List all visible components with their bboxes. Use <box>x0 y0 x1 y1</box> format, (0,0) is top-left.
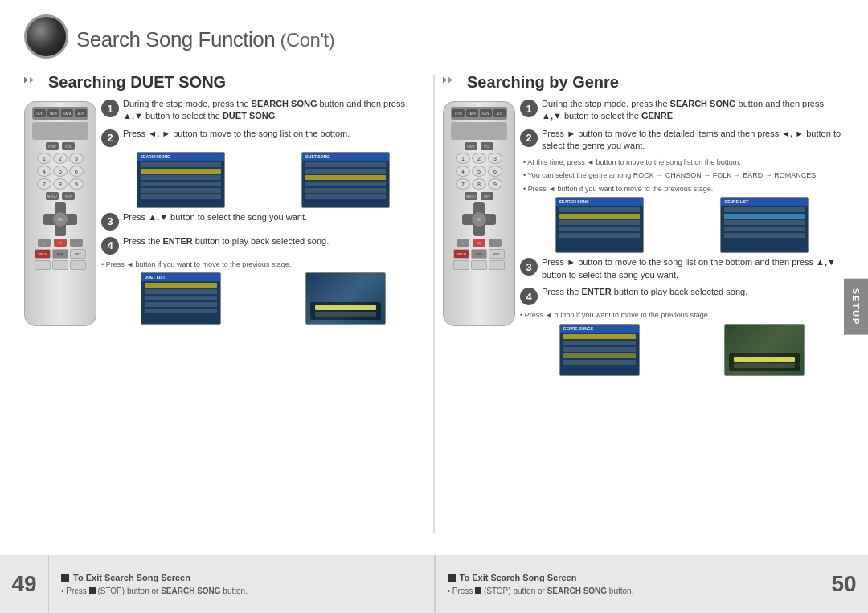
r-vol-plus[interactable]: + <box>457 239 469 247</box>
r-note-2b: You can select the genre among ROCK → CH… <box>523 170 844 181</box>
r-return-btn[interactable]: RET <box>489 249 505 259</box>
r-dpad-center[interactable]: OK <box>472 212 486 227</box>
step-number-1: 1 <box>101 100 119 117</box>
r-ctrl-2[interactable] <box>471 260 487 270</box>
r-step-3: 3 Press ► button to move to the song lis… <box>520 256 844 281</box>
power-btn[interactable]: PWR <box>46 142 59 150</box>
num-1[interactable]: 1 <box>37 153 51 164</box>
screen-1-wrap: SEARCH SONG <box>101 152 260 208</box>
r-screen-2: GENRE LIST <box>720 197 809 253</box>
r-mute-btn[interactable]: M <box>473 239 485 247</box>
num-5[interactable]: 5 <box>53 166 68 177</box>
r-screen-4-wrap <box>686 324 845 376</box>
right-remote: DVD TAPE DATA AUX PWR VOL 1 2 3 4 <box>443 101 515 326</box>
step-text-1: During the stop mode, press the SEARCH S… <box>123 98 425 123</box>
r-ctrl-3[interactable] <box>489 260 505 270</box>
r-step-text-2: Press ► button to move to the detailed i… <box>542 128 844 153</box>
r-step-text-4: Press the ENTER button to play back sele… <box>542 286 747 298</box>
r-enter-btn[interactable]: ENT <box>471 249 487 259</box>
r-screen-1: SEARCH SONG <box>555 197 644 253</box>
r-num-5[interactable]: 5 <box>472 166 486 177</box>
vol-btn[interactable]: VOL <box>62 142 75 150</box>
mute-btn[interactable]: M <box>54 239 67 247</box>
right-remote-top-band: DVD TAPE DATA AUX <box>451 107 507 120</box>
ctrl-2[interactable] <box>52 260 68 270</box>
num-6[interactable]: 6 <box>69 166 84 177</box>
r-band-btn-4: AUX <box>493 109 506 117</box>
num-2[interactable]: 2 <box>53 153 68 164</box>
dpad-center[interactable]: OK <box>53 212 68 227</box>
r-ctrl-1[interactable] <box>453 260 469 270</box>
step-3: 3 Press ▲,▼ button to select the song yo… <box>101 211 425 231</box>
num-7[interactable]: 7 <box>37 178 51 190</box>
right-remote-dpad: OK <box>462 202 496 236</box>
num-4[interactable]: 4 <box>37 166 51 177</box>
left-remote-container: DVD TAPE DATA AUX PWR VOL 1 2 3 4 <box>24 101 96 326</box>
vol-plus[interactable]: + <box>38 239 51 247</box>
step-text-4: Press the ENTER button to play back sele… <box>123 235 329 247</box>
left-note: Press ◄ button if you want to move to th… <box>101 260 425 270</box>
r-num-7[interactable]: 7 <box>456 178 470 190</box>
section-icon-right <box>443 76 461 90</box>
screen-2-wrap: DUET SONG <box>267 152 426 208</box>
title-main: Search Song Function <box>76 27 275 51</box>
r-screen-2-wrap: GENRE LIST <box>686 197 845 253</box>
band-btn-3: DATA <box>61 109 73 117</box>
ctrl-3[interactable] <box>70 260 86 270</box>
screen-4 <box>305 272 386 325</box>
remote-top-band: DVD TAPE DATA AUX <box>32 107 88 120</box>
screen-4-wrap <box>267 272 426 325</box>
r-step-number-3: 3 <box>520 258 538 276</box>
r-step-1: 1 During the stop mode, press the SEARCH… <box>520 98 844 123</box>
r-search-btn[interactable]: SRCH <box>453 249 469 259</box>
footer-left-title-text: To Exit Search Song Screen <box>73 573 190 582</box>
screen-1: SEARCH SONG <box>137 152 225 208</box>
step-4: 4 Press the ENTER button to play back se… <box>101 235 425 255</box>
screen-3-wrap: DUET LIST <box>101 272 260 325</box>
remote-bottom: SRCH ENT RET <box>35 249 86 270</box>
r-power-btn[interactable]: PWR <box>465 142 477 150</box>
num-3[interactable]: 3 <box>69 153 84 164</box>
right-section-header: Searching by Genre <box>443 73 844 92</box>
main-content: Searching DUET SONG DVD TAPE DATA AUX PW… <box>0 67 868 541</box>
remote-vol-row: + M - <box>38 239 83 247</box>
left-section: Searching DUET SONG DVD TAPE DATA AUX PW… <box>16 67 433 541</box>
return-btn[interactable]: RET <box>70 249 86 259</box>
r-num-3[interactable]: 3 <box>488 153 502 164</box>
r-menu-btn[interactable]: MENU <box>465 192 477 200</box>
r-num-4[interactable]: 4 <box>456 166 470 177</box>
right-remote-bottom: SRCH ENT RET <box>453 249 505 270</box>
remote-row-2: MENU REP <box>46 192 75 200</box>
r-note-step3: Press ◄ button if you want to move to th… <box>520 310 844 321</box>
r-rep-btn[interactable]: REP <box>481 192 493 200</box>
footer-right-title-text: To Exit Search Song Screen <box>460 573 577 582</box>
search-btn[interactable]: SRCH <box>35 249 51 259</box>
step-text-3: Press ▲,▼ button to select the song you … <box>123 211 307 223</box>
num-9[interactable]: 9 <box>69 178 84 190</box>
menu-btn[interactable]: MENU <box>46 192 59 200</box>
r-num-2[interactable]: 2 <box>472 153 486 164</box>
r-band-btn-3: DATA <box>480 109 492 117</box>
r-vol-minus[interactable]: - <box>489 239 502 247</box>
right-steps-screens: 1 During the stop mode, press the SEARCH… <box>520 98 844 379</box>
page-number-right: 50 <box>820 555 868 613</box>
r-note-2a: At this time, press ◄ button to move to … <box>523 157 844 168</box>
setup-tab: SETUP <box>844 278 868 335</box>
right-section-title: Searching by Genre <box>467 73 619 92</box>
ctrl-1[interactable] <box>35 260 51 270</box>
r-num-9[interactable]: 9 <box>488 178 502 190</box>
right-vol-row: + M - <box>457 239 502 247</box>
r-num-6[interactable]: 6 <box>488 166 502 177</box>
r-step-number-1: 1 <box>520 100 538 117</box>
r-num-8[interactable]: 8 <box>472 178 486 190</box>
enter-btn[interactable]: ENT <box>52 249 68 259</box>
remote-numpad: 1 2 3 4 5 6 7 8 9 <box>37 153 84 190</box>
right-section: Searching by Genre DVD TAPE DATA AUX PWR… <box>435 67 852 541</box>
vol-minus[interactable]: - <box>70 239 83 247</box>
r-num-1[interactable]: 1 <box>456 153 470 164</box>
stop-icon-left <box>61 574 69 582</box>
r-vol-btn[interactable]: VOL <box>481 142 493 150</box>
screens-bottom: DUET LIST <box>101 272 425 325</box>
num-8[interactable]: 8 <box>53 178 68 190</box>
rep-btn[interactable]: REP <box>62 192 75 200</box>
